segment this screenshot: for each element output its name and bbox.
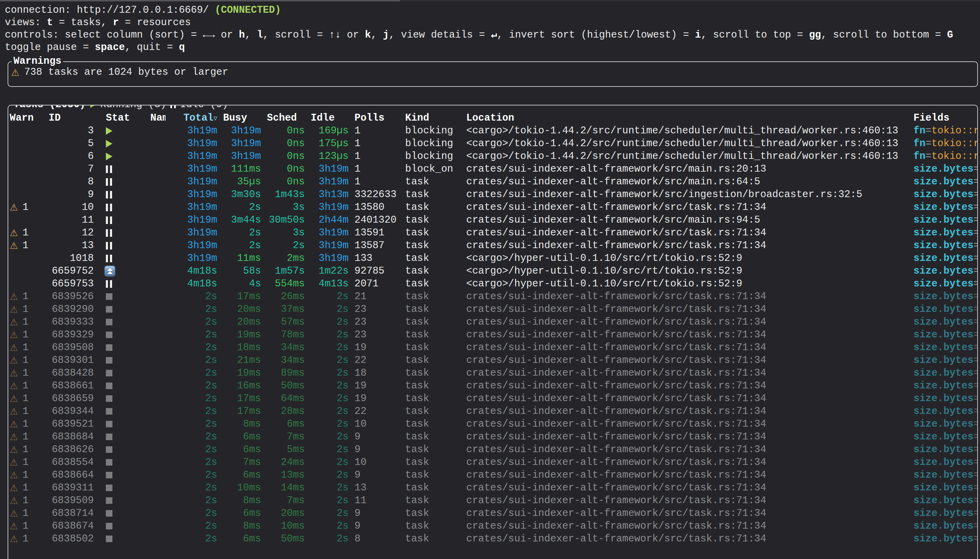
task-row[interactable]: ⚠168384282s19ms89ms2s18taskcrates/sui-in… (8, 367, 977, 379)
column-header-idle[interactable]: Idle (311, 112, 349, 124)
warn-count: 1 (22, 507, 28, 520)
task-row[interactable]: ⚠168385542s7ms24ms2s10taskcrates/sui-ind… (8, 456, 977, 469)
field-equals: = (973, 202, 977, 213)
task-row[interactable]: ⚠168386612s16ms50ms2s19taskcrates/sui-in… (8, 379, 977, 392)
task-row[interactable]: ⚠1123h19m2s3s3h19m13591taskcrates/sui-in… (8, 227, 977, 239)
warn-cell: ⚠1 (10, 329, 34, 341)
task-idle: 2s (311, 495, 349, 507)
task-row[interactable]: ⚠168395082s18ms34ms2s19taskcrates/sui-in… (8, 341, 977, 354)
task-state (100, 421, 130, 427)
task-location: crates/sui-indexer-alt-framework/src/tas… (466, 392, 907, 405)
column-header-id[interactable]: ID (40, 112, 94, 124)
task-row[interactable]: ⚠168393012s21ms34ms2s22taskcrates/sui-in… (8, 354, 977, 367)
task-idle: 2s (311, 405, 349, 418)
task-location: <cargo>/tokio-1.44.2/src/runtime/schedul… (466, 125, 907, 137)
warning-triangle-icon: ⚠ (10, 521, 18, 531)
task-row[interactable]: ⚠168393332s20ms57ms2s23taskcrates/sui-in… (8, 316, 977, 328)
task-fields: size.bytes= (914, 443, 977, 456)
task-row[interactable]: ⚠168393292s19ms78ms2s23taskcrates/sui-in… (8, 328, 977, 341)
task-row[interactable]: 93h19m3m30s1m43s3h13m3322633taskcrates/s… (8, 188, 977, 201)
column-header-name[interactable]: Name (136, 112, 166, 124)
key-hint: k (365, 29, 371, 41)
task-row[interactable]: 113h19m3m44s30m50s2h44m2401320taskcrates… (8, 214, 977, 227)
column-header-polls[interactable]: Polls (354, 112, 399, 124)
task-fields: size.bytes= (914, 482, 977, 494)
task-busy: 58s (223, 265, 261, 278)
task-state (100, 523, 130, 529)
task-idle: 2s (311, 392, 349, 405)
column-header-fields[interactable]: Fields (914, 112, 977, 124)
task-busy: 4s (223, 278, 261, 290)
task-polls: 92785 (354, 265, 399, 278)
running-play-icon (106, 140, 113, 147)
task-fields: size.bytes= (914, 354, 977, 367)
task-kind: task (405, 291, 460, 303)
task-row[interactable]: ⚠1103h19m2s3s3h19m13580taskcrates/sui-in… (8, 201, 977, 214)
field-name: size.bytes (914, 316, 973, 328)
column-header-state[interactable]: State (100, 112, 130, 124)
task-sched: 1m43s (267, 189, 305, 201)
task-id: 6839301 (40, 354, 94, 367)
task-row[interactable]: ⚠168386262s6ms5ms2s9taskcrates/sui-index… (8, 443, 977, 456)
task-fields: size.bytes= (914, 163, 977, 175)
task-polls: 1 (354, 137, 399, 150)
task-row[interactable]: 83h19m35µs0ns3h19m1taskcrates/sui-indexe… (8, 175, 977, 188)
task-row[interactable]: 73h19m111ms0ns3h19m1block_oncrates/sui-i… (8, 163, 977, 175)
warn-count: 1 (22, 495, 28, 507)
task-kind: block_on (405, 163, 460, 175)
task-row[interactable]: ⚠168386642s6ms13ms2s9taskcrates/sui-inde… (8, 469, 977, 481)
field-name: size.bytes (914, 355, 973, 366)
task-row[interactable]: ⚠168393442s17ms28ms2s22taskcrates/sui-in… (8, 405, 977, 418)
task-row[interactable]: ⚠168395092s8ms7ms2s11taskcrates/sui-inde… (8, 494, 977, 507)
task-row[interactable]: ⚠168395212s8ms6ms2s10taskcrates/sui-inde… (8, 418, 977, 430)
warn-cell: ⚠1 (10, 354, 34, 367)
task-busy: 8ms (223, 418, 261, 430)
task-row[interactable]: ⚠168387142s6ms20ms2s9taskcrates/sui-inde… (8, 507, 977, 520)
task-sched: 34ms (267, 354, 305, 367)
warn-count: 1 (22, 431, 28, 443)
task-state (100, 191, 130, 198)
key-hint: ↑↓ (329, 29, 341, 41)
task-row[interactable]: 10183h19m11ms2ms3h19m133task<cargo>/hype… (8, 252, 977, 265)
task-location: <cargo>/hyper-util-0.1.10/src/rt/tokio.r… (466, 278, 907, 290)
task-polls: 19 (354, 380, 399, 392)
task-idle: 2s (311, 520, 349, 533)
column-header-warn[interactable]: Warn (10, 112, 34, 124)
task-location: crates/sui-indexer-alt-framework/src/tas… (466, 354, 907, 367)
task-fields: size.bytes= (914, 367, 977, 379)
task-row[interactable]: ⚠168393112s10ms14ms2s13taskcrates/sui-in… (8, 481, 977, 494)
task-sched: 14ms (267, 482, 305, 494)
task-row[interactable]: ⚠168386592s17ms64ms2s19taskcrates/sui-in… (8, 392, 977, 405)
column-header-busy[interactable]: Busy (223, 112, 261, 124)
completed-stop-icon (106, 421, 113, 427)
task-idle: 3h13m (311, 189, 349, 201)
task-busy: 20ms (223, 316, 261, 328)
field-equals: = (973, 456, 977, 468)
task-total: 3h19m (171, 125, 217, 137)
task-row[interactable]: ⚠168386742s8ms10ms2s9taskcrates/sui-inde… (8, 520, 977, 533)
task-row[interactable]: ⚠168386842s6ms7ms2s9taskcrates/sui-index… (8, 430, 977, 443)
task-row[interactable]: ⚠168392902s20ms37ms2s23taskcrates/sui-in… (8, 303, 977, 316)
task-row[interactable]: ⚠168395262s17ms26ms2s21taskcrates/sui-in… (8, 290, 977, 303)
task-id: 11 (40, 214, 94, 227)
column-header-total[interactable]: Total▿ (171, 112, 217, 124)
task-row[interactable]: 66597534m18s4s554ms4m13s2071task<cargo>/… (8, 278, 977, 290)
task-row[interactable]: ⚠1133h19m2s2s3h19m13587taskcrates/sui-in… (8, 239, 977, 252)
task-id: 8 (40, 176, 94, 188)
task-row[interactable]: ⚠168385022s6ms50ms2s8taskcrates/sui-inde… (8, 533, 977, 545)
field-equals: = (925, 150, 931, 162)
field-equals: = (973, 176, 977, 187)
column-header-location[interactable]: Location (466, 112, 907, 124)
task-row[interactable]: 66597524m18s58s1m57s1m22s92785task<cargo… (8, 265, 977, 278)
key-hint: j (383, 29, 389, 41)
task-row[interactable]: 33h19m3h19m0ns169µs1blocking<cargo>/toki… (8, 124, 977, 137)
task-idle: 2s (311, 482, 349, 494)
task-row[interactable]: 63h19m3h19m0ns123µs1blocking<cargo>/toki… (8, 150, 977, 163)
task-busy: 8ms (223, 520, 261, 533)
task-state (100, 127, 130, 135)
task-row[interactable]: 53h19m3h19m0ns175µs1blocking<cargo>/toki… (8, 137, 977, 150)
column-header-sched[interactable]: Sched (267, 112, 305, 124)
controls-help-line: controls: select column (sort) = ←→ or h… (5, 29, 980, 41)
column-header-kind[interactable]: Kind (405, 112, 460, 124)
task-fields: size.bytes= (914, 431, 977, 443)
